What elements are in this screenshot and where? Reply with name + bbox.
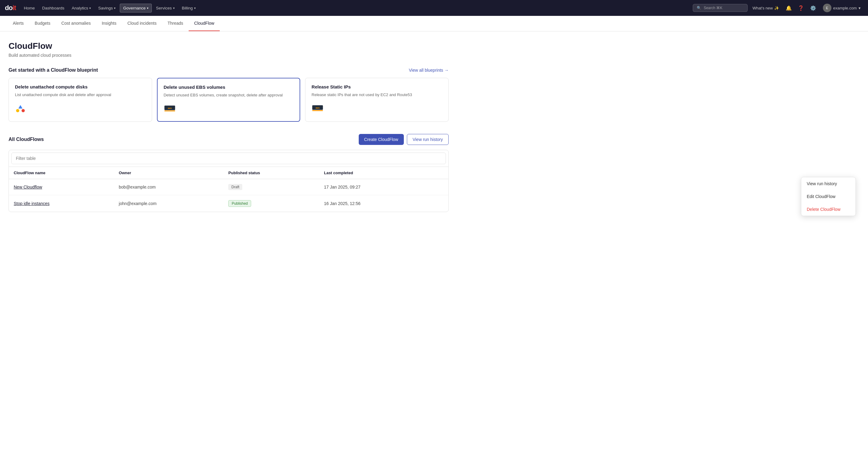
- nav-right: 🔍 Search ⌘K What's new ✨ 🔔 ❓ ⚙️ E exampl…: [693, 2, 863, 13]
- aws-icon-ebs: aws: [164, 103, 294, 115]
- view-run-history-button[interactable]: View run history: [407, 134, 448, 145]
- nav-home[interactable]: Home: [21, 4, 38, 12]
- help-icon: ❓: [798, 5, 804, 11]
- table-row: Stop idle instances john@example.com Pub…: [9, 195, 448, 212]
- chevron-down-icon: ▾: [859, 6, 861, 10]
- col-owner: Owner: [114, 167, 224, 179]
- nav-governance[interactable]: Governance: [120, 4, 152, 12]
- filter-input[interactable]: [11, 152, 446, 164]
- blueprint-card-title-2: Delete unused EBS volumes: [164, 85, 294, 90]
- logo-text: doit: [5, 4, 16, 12]
- blueprint-card-desc-3: Release static IPs that are not used by …: [311, 92, 442, 98]
- cloudflows-section-title: All CloudFlows: [8, 137, 44, 142]
- table-row: New Cloudflow bob@example.com Draft 17 J…: [9, 179, 448, 195]
- blueprint-card-ebs-volumes[interactable]: Delete unused EBS volumes Detect unused …: [157, 78, 301, 122]
- filter-row: [9, 150, 448, 167]
- aws-icon-static: aws: [311, 103, 442, 115]
- sub-navigation: Alerts Budgets Cost anomalies Insights C…: [0, 16, 868, 31]
- cf-name-link-2[interactable]: Stop idle instances: [14, 201, 50, 206]
- bell-icon: 🔔: [786, 5, 792, 11]
- col-actions: [426, 167, 448, 179]
- tab-insights[interactable]: Insights: [96, 16, 122, 31]
- page-subtitle: Build automated cloud processes: [8, 53, 448, 58]
- gear-icon: ⚙️: [810, 5, 816, 11]
- search-box[interactable]: 🔍 Search ⌘K: [693, 4, 748, 12]
- notification-button[interactable]: 🔔: [784, 3, 794, 13]
- svg-point-1: [16, 109, 20, 112]
- context-edit[interactable]: Edit CloudFlow: [801, 190, 856, 203]
- tab-cloudflow[interactable]: CloudFlow: [189, 16, 220, 31]
- blueprint-grid: Delete unattached compute disks List una…: [8, 78, 448, 122]
- logo-dot: it: [12, 4, 16, 11]
- svg-text:aws: aws: [316, 107, 320, 109]
- table-header: CloudFlow name Owner Published status La…: [9, 167, 448, 179]
- nav-billing[interactable]: Billing: [179, 4, 199, 12]
- context-delete[interactable]: Delete CloudFlow: [801, 203, 856, 216]
- cloudflows-table: CloudFlow name Owner Published status La…: [9, 167, 448, 212]
- blueprints-section-header: Get started with a CloudFlow blueprint V…: [8, 67, 448, 73]
- nav-services[interactable]: Services: [153, 4, 178, 12]
- nav-dashboards[interactable]: Dashboards: [39, 4, 67, 12]
- svg-text:aws: aws: [167, 107, 172, 109]
- cloudflows-actions: Create CloudFlow View run history: [359, 134, 448, 145]
- user-label: example.com: [833, 6, 857, 10]
- gcp-icon: [15, 103, 146, 115]
- nav-analytics[interactable]: Analytics: [69, 4, 94, 12]
- cf-owner-1: bob@example.com: [114, 179, 224, 195]
- cf-last-1: 17 Jan 2025, 09:27: [319, 179, 426, 195]
- blueprint-card-compute-disks[interactable]: Delete unattached compute disks List una…: [8, 78, 152, 122]
- blueprints-section-title: Get started with a CloudFlow blueprint: [8, 67, 98, 73]
- tab-budgets[interactable]: Budgets: [29, 16, 56, 31]
- settings-button[interactable]: ⚙️: [808, 3, 818, 13]
- svg-rect-7: [312, 110, 323, 111]
- cf-last-2: 16 Jan 2025, 12:56: [319, 195, 426, 212]
- svg-point-0: [22, 109, 25, 112]
- whats-new-button[interactable]: What's new ✨: [750, 5, 781, 11]
- status-badge-1: Draft: [228, 184, 242, 190]
- nav-savings[interactable]: Savings: [95, 4, 119, 12]
- whats-new-label: What's new: [752, 6, 773, 10]
- avatar: E: [823, 4, 831, 12]
- blueprint-card-title-1: Delete unattached compute disks: [15, 84, 146, 89]
- tab-threads[interactable]: Threads: [162, 16, 189, 31]
- cf-row-actions-2: [426, 195, 448, 212]
- logo[interactable]: doit: [5, 4, 16, 12]
- status-badge-2: Published: [228, 200, 251, 207]
- create-cloudflow-button[interactable]: Create CloudFlow: [359, 134, 404, 145]
- sparkle-icon: ✨: [774, 6, 779, 10]
- col-status: Published status: [223, 167, 319, 179]
- cloudflows-section-header: All CloudFlows Create CloudFlow View run…: [8, 134, 448, 145]
- table-body: New Cloudflow bob@example.com Draft 17 J…: [9, 179, 448, 212]
- col-last-completed: Last completed: [319, 167, 426, 179]
- blueprint-card-desc-1: List unattached compute disk and delete …: [15, 92, 146, 98]
- view-all-blueprints-link[interactable]: View all blueprints →: [409, 68, 448, 73]
- main-content: CloudFlow Build automated cloud processe…: [0, 31, 457, 222]
- blueprint-card-desc-2: Detect unused EBS volumes, create snapsh…: [164, 92, 294, 98]
- context-menu: View run history Edit CloudFlow Delete C…: [801, 177, 856, 216]
- tab-alerts[interactable]: Alerts: [7, 16, 29, 31]
- svg-rect-4: [164, 110, 175, 111]
- cf-name-link-1[interactable]: New Cloudflow: [14, 185, 42, 190]
- tab-cost-anomalies[interactable]: Cost anomalies: [56, 16, 96, 31]
- top-navigation: doit Home Dashboards Analytics Savings G…: [0, 0, 868, 16]
- context-view-history[interactable]: View run history: [801, 177, 856, 190]
- blueprint-card-title-3: Release Static IPs: [311, 84, 442, 89]
- page-title: CloudFlow: [8, 41, 448, 51]
- cf-row-actions-1: [426, 179, 448, 195]
- search-icon: 🔍: [697, 6, 701, 10]
- blueprint-card-static-ips[interactable]: Release Static IPs Release static IPs th…: [305, 78, 448, 122]
- help-button[interactable]: ❓: [796, 3, 806, 13]
- search-placeholder: Search ⌘K: [704, 6, 722, 10]
- col-name: CloudFlow name: [9, 167, 114, 179]
- cf-owner-2: john@example.com: [114, 195, 224, 212]
- cloudflows-table-container: CloudFlow name Owner Published status La…: [8, 150, 448, 212]
- user-menu-button[interactable]: E example.com ▾: [820, 2, 863, 13]
- tab-cloud-incidents[interactable]: Cloud incidents: [122, 16, 162, 31]
